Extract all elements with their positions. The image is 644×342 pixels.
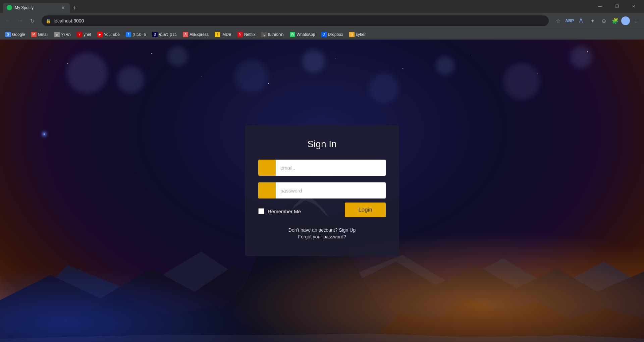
imdb-favicon: I <box>215 32 220 37</box>
bookmark-youtube-label: YouTube <box>104 32 120 37</box>
menu-button[interactable]: ⋮ <box>631 15 641 26</box>
bank-favicon: B <box>152 32 158 37</box>
syber-favicon: S <box>349 32 355 37</box>
translate-button[interactable]: A <box>576 15 586 26</box>
login-card: Sign In Remember Me Login Don't have <box>245 125 399 256</box>
bookmark-ynet-label: ynet <box>84 32 91 37</box>
email-input-group <box>258 160 386 176</box>
bookmark-google-label: Google <box>12 32 25 37</box>
signup-link[interactable]: Don't have an account? Sign Up <box>288 227 356 233</box>
login-title: Sign In <box>307 139 336 150</box>
bookmark-google[interactable]: G Google <box>3 30 28 39</box>
haaretz-favicon: ה <box>54 32 60 37</box>
extensions-button[interactable]: 🧩 <box>610 15 621 26</box>
star-12 <box>40 90 41 90</box>
bookmark-syber-label: syber <box>356 32 366 37</box>
bookmark-syber[interactable]: S syber <box>346 30 368 39</box>
google-favicon: G <box>5 32 11 37</box>
bookmark-ynet[interactable]: Y ynet <box>74 30 94 39</box>
address-bar[interactable]: 🔒 localhost:3000 <box>42 15 549 26</box>
login-links: Don't have an account? Sign Up Forgot yo… <box>288 227 356 239</box>
email-input[interactable] <box>276 160 386 176</box>
ali-favicon: A <box>183 32 188 37</box>
browser-frame: My Spotify ✕ + — ❐ ✕ ← → ↻ 🔒 localhost:3… <box>0 0 644 342</box>
remember-label[interactable]: Remember Me <box>268 209 301 214</box>
youtube-favicon: ▶ <box>97 32 103 37</box>
maximize-button[interactable]: ❐ <box>609 1 625 12</box>
forward-button[interactable]: → <box>15 15 25 26</box>
bokeh-2 <box>117 66 144 93</box>
password-input[interactable] <box>276 182 386 198</box>
bookmark-bank[interactable]: B בנק לאומי <box>150 30 179 39</box>
extra-button-1[interactable]: ✦ <box>587 15 598 26</box>
bookmark-il[interactable]: IL IL חרפות <box>259 30 286 39</box>
bookmark-imdb-label: IMDB <box>221 32 231 37</box>
forgot-password-link[interactable]: Forgot your password? <box>298 234 346 239</box>
bookmark-bank-label: בנק לאומי <box>159 32 177 37</box>
nav-bar: ← → ↻ 🔒 localhost:3000 ☆ ABP A ✦ ⊕ 🧩 ⋮ <box>0 13 644 29</box>
page-content: Sign In Remember Me Login Don't have <box>0 40 644 342</box>
star-11 <box>587 51 588 52</box>
bookmark-netflix-label: Netflix <box>244 32 255 37</box>
bookmark-netflix[interactable]: N Netflix <box>235 30 258 39</box>
password-input-group <box>258 182 386 198</box>
tab-bar: My Spotify ✕ + <box>3 0 590 13</box>
star-2 <box>101 70 101 70</box>
bright-star <box>44 133 45 135</box>
security-icon: 🔒 <box>46 18 51 23</box>
remember-checkbox[interactable] <box>258 208 264 214</box>
minimize-button[interactable]: — <box>592 1 608 12</box>
nav-icons: ☆ ABP A ✦ ⊕ 🧩 ⋮ <box>553 15 641 26</box>
window-controls: — ❐ ✕ <box>592 1 641 12</box>
email-icon-box <box>258 160 276 176</box>
bookmark-gmail[interactable]: M Gmail <box>29 30 51 39</box>
title-bar: My Spotify ✕ + — ❐ ✕ <box>0 0 644 13</box>
bookmark-facebook[interactable]: f פייסבוק <box>123 30 149 39</box>
back-button[interactable]: ← <box>3 15 13 26</box>
active-tab[interactable]: My Spotify ✕ <box>3 3 70 13</box>
bookmark-il-label: IL חרפות <box>268 32 284 37</box>
star-7 <box>335 58 336 58</box>
bookmark-dropbox[interactable]: D Dropbox <box>319 30 346 39</box>
bookmark-star-button[interactable]: ☆ <box>553 15 564 26</box>
star-10 <box>537 73 537 74</box>
bookmark-youtube[interactable]: ▶ YouTube <box>95 30 122 39</box>
adblock-button[interactable]: ABP <box>564 15 575 26</box>
bookmark-whatsapp-label: WhatsApp <box>297 32 315 37</box>
extra-button-2[interactable]: ⊕ <box>598 15 609 26</box>
il-favicon: IL <box>261 32 267 37</box>
profile-avatar[interactable] <box>621 16 630 25</box>
address-text: localhost:3000 <box>54 18 545 23</box>
netflix-favicon: N <box>237 32 243 37</box>
bokeh-6 <box>369 73 399 103</box>
bokeh-5 <box>302 50 325 73</box>
bookmark-gmail-label: Gmail <box>38 32 48 37</box>
bookmark-aliexpress[interactable]: A AliExpress <box>180 30 211 39</box>
bokeh-7 <box>436 56 454 75</box>
dropbox-favicon: D <box>321 32 327 37</box>
star-9 <box>470 55 470 55</box>
star-5 <box>67 63 68 64</box>
star-6 <box>268 83 269 84</box>
star-4 <box>201 76 202 77</box>
bokeh-8 <box>503 63 540 100</box>
bookmark-whatsapp[interactable]: W WhatsApp <box>287 30 318 39</box>
bokeh-9 <box>570 46 592 68</box>
new-tab-button[interactable]: + <box>70 3 79 13</box>
bookmark-imdb[interactable]: I IMDB <box>212 30 234 39</box>
reload-button[interactable]: ↻ <box>27 15 38 26</box>
facebook-favicon: f <box>126 32 131 37</box>
tab-favicon <box>7 5 12 10</box>
bookmark-haaretz[interactable]: ה הארץ <box>52 30 73 39</box>
tab-close-button[interactable]: ✕ <box>60 5 66 10</box>
login-button[interactable]: Login <box>345 203 386 217</box>
ynet-favicon: Y <box>77 32 82 37</box>
bookmark-haaretz-label: הארץ <box>61 32 71 37</box>
bookmarks-bar: G Google M Gmail ה הארץ Y ynet ▶ YouTube… <box>0 29 644 40</box>
star-8 <box>402 68 403 69</box>
close-button[interactable]: ✕ <box>626 1 641 12</box>
remember-login-row: Remember Me Login <box>258 205 386 217</box>
bokeh-1 <box>67 53 107 93</box>
whatsapp-favicon: W <box>290 32 295 37</box>
bokeh-3 <box>168 46 188 66</box>
